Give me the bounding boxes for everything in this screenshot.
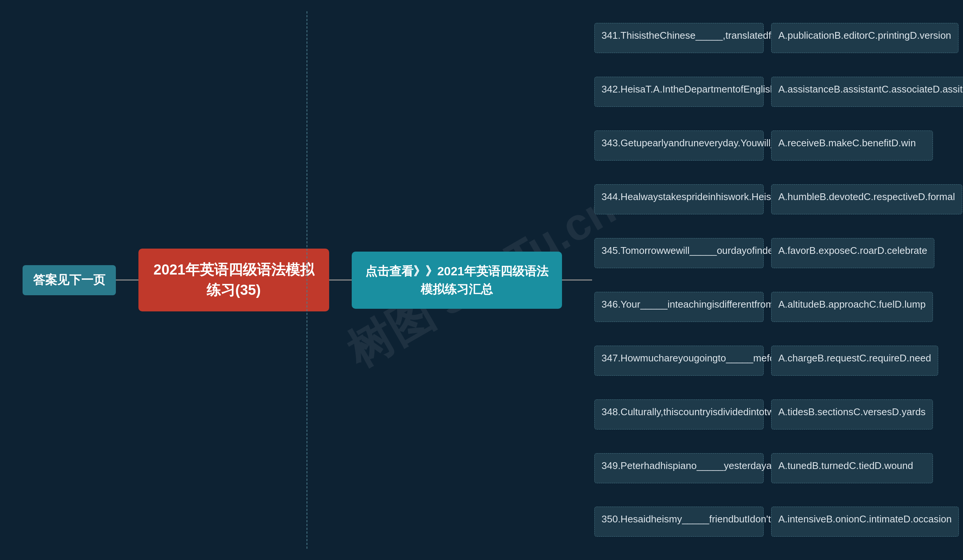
connector-line-3 bbox=[562, 280, 592, 280]
question-q348: 348.Culturally,thiscountryisdividedintot… bbox=[594, 400, 764, 429]
answer-q349: A.tunedB.turnedC.tiedD.wound bbox=[771, 453, 933, 483]
question-q341: 341.ThisistheChinese_____,translatedfrom… bbox=[594, 23, 764, 53]
question-row: 348.Culturally,thiscountryisdividedintot… bbox=[594, 400, 933, 429]
answer-q347: A.chargeB.requestC.requireD.need bbox=[771, 346, 938, 376]
question-q343: 343.Getupearlyandruneveryday.Youwill____… bbox=[594, 131, 764, 160]
answer-q341: A.publicationB.editorC.printingD.version bbox=[771, 23, 958, 53]
questions-section: 341.ThisistheChinese_____,translatedfrom… bbox=[594, 11, 933, 549]
main-title-box: 2021年英语四级语法模拟 练习(35) bbox=[138, 249, 329, 311]
answer-q350: A.intensiveB.onionC.intimateD.occasion bbox=[771, 507, 959, 537]
connector-line-2 bbox=[329, 280, 352, 280]
question-row: 342.HeisaT.A.IntheDepartmentofEnglish.T.… bbox=[594, 77, 933, 107]
sub-title-line2: 模拟练习汇总 bbox=[365, 280, 548, 298]
question-q349: 349.Peterhadhispiano_____yesterdayandthe… bbox=[594, 453, 764, 483]
question-row: 345.Tomorrowwewill_____ourdayofindepende… bbox=[594, 238, 933, 268]
sub-title-box[interactable]: 点击查看》》2021年英语四级语法 模拟练习汇总 bbox=[352, 252, 562, 309]
question-row: 343.Getupearlyandruneveryday.Youwill____… bbox=[594, 131, 933, 160]
question-row: 341.ThisistheChinese_____,translatedfrom… bbox=[594, 23, 933, 53]
answer-q344: A.humbleB.devotedC.respectiveD.formal bbox=[771, 184, 962, 214]
question-row: 346.Your_____inteachingisdifferentfrommi… bbox=[594, 292, 933, 322]
answer-q345: A.favorB.exposeC.roarD.celebrate bbox=[771, 238, 934, 268]
v-line bbox=[306, 11, 307, 549]
question-q350: 350.Hesaidheismy_____friendbutIdon'tthin… bbox=[594, 507, 764, 537]
question-q347: 347.Howmuchareyougoingto_____meforrepair… bbox=[594, 346, 764, 376]
answer-q348: A.tidesB.sectionsC.versesD.yards bbox=[771, 400, 933, 429]
answer-q346: A.altitudeB.approachC.fuelD.lump bbox=[771, 292, 933, 322]
question-q342: 342.HeisaT.A.IntheDepartmentofEnglish.T.… bbox=[594, 77, 764, 107]
question-q346: 346.Your_____inteachingisdifferentfrommi… bbox=[594, 292, 764, 322]
answer-button[interactable]: 答案见下一页 bbox=[23, 265, 116, 295]
main-title-line1: 2021年英语四级语法模拟 bbox=[154, 260, 314, 280]
answer-q342: A.assistanceB.assistantC.associateD.assi… bbox=[771, 77, 963, 107]
main-title-line2: 练习(35) bbox=[154, 280, 314, 300]
question-q345: 345.Tomorrowwewill_____ourdayofindepende… bbox=[594, 238, 764, 268]
question-row: 344.Healwaystakesprideinhiswork.Heisvery… bbox=[594, 184, 933, 214]
question-q344: 344.Healwaystakesprideinhiswork.Heisvery… bbox=[594, 184, 764, 214]
question-row: 350.Hesaidheismy_____friendbutIdon'tthin… bbox=[594, 507, 933, 537]
sub-title-line1: 点击查看》》2021年英语四级语法 bbox=[365, 262, 548, 280]
question-row: 347.Howmuchareyougoingto_____meforrepair… bbox=[594, 346, 933, 376]
connector-line-1 bbox=[116, 280, 138, 280]
question-row: 349.Peterhadhispiano_____yesterdayandthe… bbox=[594, 453, 933, 483]
answer-q343: A.receiveB.makeC.benefitD.win bbox=[771, 131, 933, 160]
vertical-divider bbox=[306, 11, 307, 549]
main-container: 答案见下一页 2021年英语四级语法模拟 练习(35) 点击查看》》2021年英… bbox=[0, 0, 963, 560]
